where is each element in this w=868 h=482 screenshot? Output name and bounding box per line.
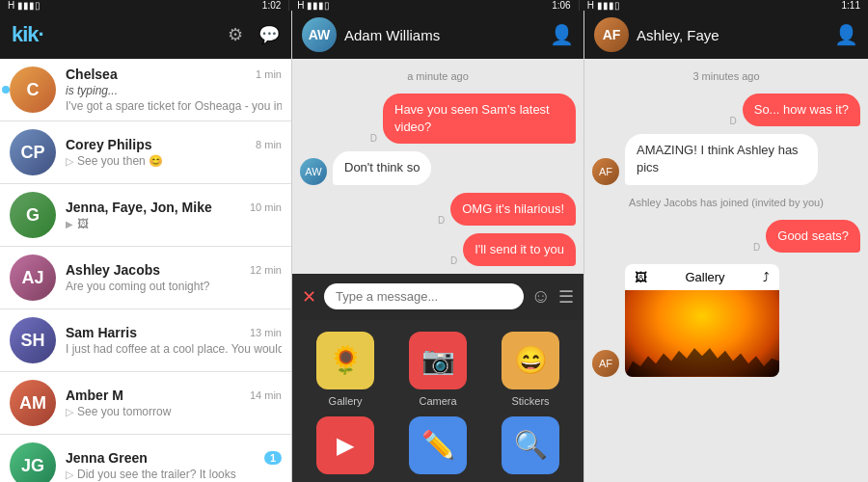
- avatar: AW: [302, 17, 337, 52]
- chat-header-name: Ashley, Faye: [637, 27, 827, 43]
- stickers-icon: 😄: [502, 332, 559, 389]
- attach-gallery[interactable]: 🌻 Gallery: [304, 332, 387, 407]
- emoji-icon[interactable]: ☺: [531, 285, 551, 308]
- message-row: D I'll send it to you: [300, 233, 576, 266]
- settings-icon[interactable]: ⚙: [228, 24, 243, 45]
- avatar: G: [10, 192, 56, 238]
- attach-stickers[interactable]: 😄 Stickers: [489, 332, 572, 407]
- attach-label: Gallery: [329, 395, 363, 407]
- attach-label: Camera: [419, 395, 456, 407]
- chat-time: 10 min: [250, 201, 282, 213]
- attach-label: Stickers: [511, 395, 549, 407]
- list-item[interactable]: AJ Ashley Jacobs 12 min Are you coming o…: [0, 247, 291, 309]
- chat-content: Chelsea 1 min is typing... I've got a sp…: [66, 67, 282, 113]
- delivery-icon: D: [450, 255, 457, 266]
- preview-text: I just had coffee at a cool place. You w…: [66, 342, 282, 356]
- app-body: kik· ⚙ 💬 C Chelsea 1 min is typing...: [0, 11, 868, 482]
- time-label: a minute ago: [300, 70, 576, 82]
- avatar: AJ: [10, 254, 56, 301]
- attach-youtube[interactable]: ▶ YouTube Videos: [304, 416, 387, 482]
- message-row: AF AMAZING! I think Ashley has pics: [592, 134, 860, 184]
- message-bubble: OMG it's hilarious!: [450, 193, 576, 226]
- delivery-icon: D: [753, 242, 760, 253]
- kik-header: kik· ⚙ 💬: [0, 11, 291, 59]
- status-bar-1: H ▮▮▮▯ 1:02: [0, 0, 288, 11]
- profile-icon[interactable]: 👤: [550, 23, 574, 46]
- list-item[interactable]: SH Sam Harris 13 min I just had coffee a…: [0, 309, 291, 372]
- arrow-icon: ▶: [66, 219, 73, 229]
- attach-sketch[interactable]: ✏️ Sketch: [396, 416, 479, 482]
- attach-image-search[interactable]: 🔍 Image Search: [489, 416, 572, 482]
- gallery-title: Gallery: [685, 270, 724, 284]
- header-icons: ⚙ 💬: [228, 24, 280, 45]
- chat-time: 12 min: [250, 264, 282, 276]
- list-item[interactable]: JG Jenna Green 1 ▷ Did you see the trail…: [0, 435, 291, 482]
- message-bubble: Good seats?: [766, 220, 860, 253]
- chat-preview: Are you coming out tonight?: [66, 280, 282, 293]
- status-bar-3: H ▮▮▮▯ 1:11: [580, 0, 868, 11]
- signal-3: H ▮▮▮▯: [587, 0, 620, 11]
- list-item[interactable]: AM Amber M 14 min ▷ See you tomorrow: [0, 372, 291, 435]
- attach-icon[interactable]: ☰: [558, 286, 574, 308]
- preview-text: See you then 😊: [77, 154, 163, 168]
- youtube-icon: ▶: [316, 416, 374, 474]
- chat-preview-sub: I've got a spare ticket for Osheaga - yo…: [66, 99, 282, 113]
- delivery-icon: D: [370, 133, 377, 144]
- chat-content: Jenna Green 1 ▷ Did you see the trailer?…: [66, 450, 282, 481]
- list-item[interactable]: G Jenna, Faye, Jon, Mike 10 min ▶ 🖼: [0, 184, 291, 247]
- adam-chat-panel: AW Adam Williams 👤 a minute ago D Have y…: [292, 11, 584, 482]
- gallery-card: 🖼 Gallery ⤴: [625, 264, 779, 377]
- chat-preview: ▷ Did you see the trailer? It looks: [66, 468, 282, 481]
- compose-icon[interactable]: 💬: [258, 24, 280, 45]
- delivery-icon: ▷: [66, 406, 73, 418]
- message-input[interactable]: [324, 283, 524, 309]
- sketch-icon: ✏️: [409, 416, 467, 474]
- message-bubble: Don't think so: [333, 151, 431, 184]
- avatar: CP: [10, 129, 56, 175]
- avatar: AF: [594, 17, 629, 52]
- ashley-chat-panel: AF Ashley, Faye 👤 3 minutes ago D So... …: [584, 11, 868, 482]
- delivery-icon: D: [729, 116, 736, 126]
- profile-icon[interactable]: 👤: [834, 23, 858, 46]
- chat-content: Jenna, Faye, Jon, Mike 10 min ▶ 🖼: [66, 200, 282, 230]
- kik-logo: kik·: [12, 22, 43, 47]
- message-row: D Good seats?: [592, 220, 860, 253]
- time-2: 1:06: [552, 0, 570, 11]
- chat-header-name: Adam Williams: [344, 27, 542, 43]
- chat-content: Corey Philips 8 min ▷ See you then 😊: [66, 137, 282, 168]
- chat-time: 8 min: [256, 139, 282, 150]
- delivery-icon: ▷: [66, 155, 73, 168]
- delivery-icon: ▷: [66, 469, 73, 481]
- attachment-panel: 🌻 Gallery 📷 Camera 😄 Stickers ▶ YouTube …: [292, 320, 583, 482]
- time-label: 3 minutes ago: [592, 70, 860, 82]
- chat-preview: ▷ See you then 😊: [66, 154, 282, 168]
- preview-text: See you tomorrow: [77, 405, 171, 418]
- message-row: D OMG it's hilarious!: [300, 193, 576, 226]
- chat-name: Chelsea: [66, 67, 118, 82]
- list-item[interactable]: C Chelsea 1 min is typing... I've got a …: [0, 59, 291, 121]
- time-3: 1:11: [842, 0, 860, 11]
- chat-name: Ashley Jacobs: [66, 262, 160, 278]
- list-item[interactable]: CP Corey Philips 8 min ▷ See you then 😊: [0, 121, 291, 184]
- message-bubble: Have you seen Sam's latest video?: [383, 94, 576, 144]
- share-icon[interactable]: ⤴: [763, 270, 770, 284]
- chat-preview: is typing...: [66, 84, 282, 97]
- cancel-icon[interactable]: ✕: [302, 286, 316, 308]
- preview-text: Are you coming out tonight?: [66, 280, 209, 293]
- delivery-icon: D: [438, 215, 445, 226]
- chat-time: 13 min: [250, 327, 282, 338]
- avatar: AF: [592, 350, 619, 377]
- attach-camera[interactable]: 📷 Camera: [396, 332, 479, 407]
- avatar: AW: [300, 158, 327, 185]
- gallery-card-header: 🖼 Gallery ⤴: [625, 264, 779, 290]
- chat-preview: I just had coffee at a cool place. You w…: [66, 342, 282, 356]
- time-1: 1:02: [262, 0, 281, 11]
- messages-area: a minute ago D Have you seen Sam's lates…: [292, 59, 583, 274]
- message-input-area: ✕ ☺ ☰: [292, 274, 583, 320]
- chat-name: Corey Philips: [66, 137, 151, 152]
- chat-name: Jenna, Faye, Jon, Mike: [66, 200, 212, 215]
- gallery-image: [625, 290, 779, 377]
- message-row: D Have you seen Sam's latest video?: [300, 94, 576, 144]
- message-bubble: I'll send it to you: [463, 233, 576, 266]
- avatar: JG: [10, 442, 56, 482]
